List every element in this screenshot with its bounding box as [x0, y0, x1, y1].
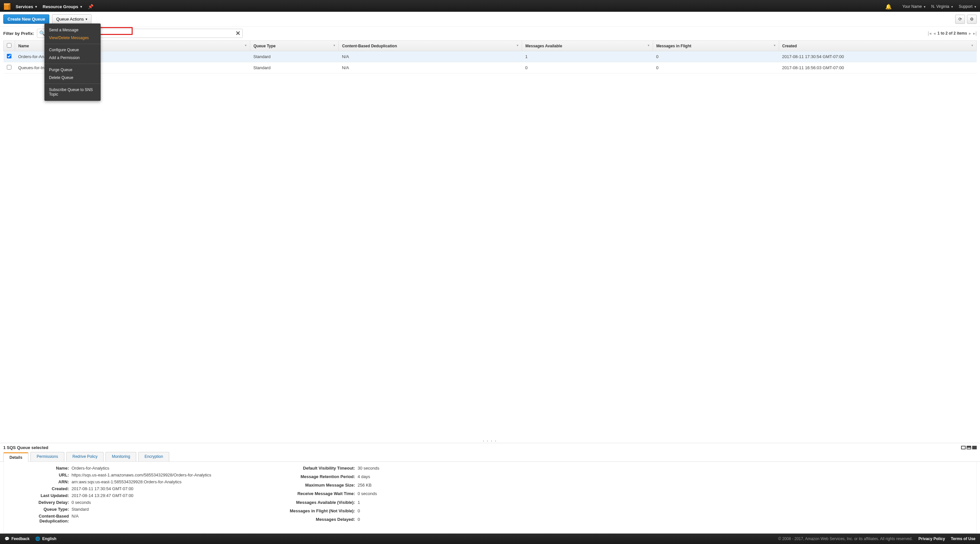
detail-key: Maximum Message Size: — [283, 483, 355, 489]
detail-key: Message Retention Period: — [283, 474, 355, 481]
copyright-text: © 2008 - 2017, Amazon Web Services, Inc.… — [778, 536, 912, 541]
clear-filter-button[interactable]: ✕ — [235, 30, 240, 37]
layout-none-button[interactable] — [961, 446, 966, 449]
nav-region[interactable]: N. Virginia▾ — [931, 4, 953, 9]
menu-purge-queue[interactable]: Purge Queue — [45, 66, 100, 74]
terms-of-use-link[interactable]: Terms of Use — [951, 536, 975, 541]
refresh-button[interactable]: ⟳ — [955, 15, 965, 24]
col-name[interactable]: Name — [18, 44, 29, 48]
chevron-down-icon: ▾ — [80, 5, 82, 8]
cell-dedup: N/A — [339, 51, 522, 62]
detail-value: Orders-for-Analytics — [72, 466, 212, 471]
nav-account[interactable]: Your Name▾ — [902, 4, 926, 9]
row-checkbox[interactable] — [7, 65, 11, 70]
layout-split-button[interactable] — [967, 446, 971, 449]
language-selector[interactable]: 🌐English — [35, 536, 56, 541]
col-queue-type[interactable]: Queue Type — [253, 44, 276, 48]
nav-services[interactable]: Services▾ — [16, 4, 37, 9]
filter-row: Filter by Prefix: 🔍 ✕ |◂ ◂ 1 to 2 of 2 i… — [0, 27, 980, 40]
nav-resource-groups[interactable]: Resource Groups▾ — [43, 4, 82, 9]
detail-value: 2017-08-11 17:30:54 GMT-07:00 — [72, 486, 212, 491]
split-handle[interactable]: • • • • — [0, 439, 980, 443]
detail-key: Messages Available (Visible): — [283, 500, 355, 506]
table-row[interactable]: Orders-for-AnalyticsStandardN/A102017-08… — [3, 51, 977, 62]
feedback-link[interactable]: 💬Feedback — [5, 536, 29, 541]
detail-value: 4 days — [358, 474, 380, 481]
queues-table: Name▾ Queue Type▾ Content-Based Deduplic… — [3, 40, 977, 73]
chevron-down-icon: ▾ — [924, 5, 926, 8]
action-toolbar: Create New Queue Queue Actions▾ ⟳ ⚙ — [0, 12, 980, 27]
sort-icon[interactable]: ▾ — [774, 44, 775, 47]
page-prev-button[interactable]: ◂ — [933, 31, 935, 36]
menu-delete-queue[interactable]: Delete Queue — [45, 74, 100, 82]
selection-bar: 1 SQS Queue selected — [0, 443, 980, 451]
select-all-checkbox[interactable] — [7, 43, 11, 48]
detail-key: Name: — [10, 466, 69, 471]
page-next-button[interactable]: ▸ — [969, 31, 971, 36]
gear-icon: ⚙ — [970, 17, 974, 22]
tab-monitoring[interactable]: Monitoring — [105, 452, 136, 462]
aws-logo-icon[interactable] — [4, 3, 10, 10]
detail-value: 30 seconds — [358, 466, 380, 472]
refresh-icon: ⟳ — [958, 17, 962, 22]
col-messages-available[interactable]: Messages Available — [525, 44, 562, 48]
detail-value: N/A — [72, 514, 212, 523]
detail-key: Messages Delayed: — [283, 517, 355, 523]
menu-send-message[interactable]: Send a Message — [45, 26, 100, 34]
chevron-down-icon: ▾ — [974, 5, 976, 8]
page-info: 1 to 2 of 2 items — [937, 31, 967, 36]
tab-details[interactable]: Details — [3, 452, 29, 462]
chevron-down-icon: ▾ — [86, 17, 87, 21]
detail-tabs: Details Permissions Redrive Policy Monit… — [0, 452, 980, 462]
cell-avail: 1 — [522, 51, 653, 62]
cell-created: 2017-08-11 17:30:54 GMT-07:00 — [779, 51, 977, 62]
detail-value: Standard — [72, 507, 212, 512]
detail-value: 256 KB — [358, 483, 380, 489]
table-row[interactable]: Queues-for-InventoStandardN/A002017-08-1… — [3, 62, 977, 73]
chevron-down-icon: ▾ — [35, 5, 37, 8]
globe-icon: 🌐 — [35, 536, 40, 541]
privacy-policy-link[interactable]: Privacy Policy — [918, 536, 945, 541]
detail-key: Receive Message Wait Time: — [283, 491, 355, 498]
create-queue-button[interactable]: Create New Queue — [3, 14, 49, 24]
detail-key: Messages in Flight (Not Visible): — [283, 508, 355, 515]
detail-key: URL: — [10, 473, 69, 477]
sort-icon[interactable]: ▾ — [972, 44, 973, 47]
layout-full-button[interactable] — [972, 446, 977, 449]
settings-button[interactable]: ⚙ — [967, 15, 977, 24]
page-last-button[interactable]: ▸| — [973, 31, 977, 36]
detail-value: 1 — [358, 500, 380, 506]
row-checkbox[interactable] — [7, 54, 11, 59]
selection-title: 1 SQS Queue selected — [3, 445, 48, 450]
menu-view-delete-messages[interactable]: View/Delete Messages — [45, 34, 100, 42]
sort-icon[interactable]: ▾ — [517, 44, 519, 47]
detail-value: 0 — [358, 517, 380, 523]
col-dedup[interactable]: Content-Based Deduplication — [342, 44, 397, 48]
tab-redrive-policy[interactable]: Redrive Policy — [66, 452, 104, 462]
cell-flight: 0 — [653, 62, 779, 73]
pin-icon[interactable]: 📌 — [88, 4, 94, 9]
sort-icon[interactable]: ▾ — [334, 44, 335, 47]
bell-icon[interactable]: 🔔 — [885, 3, 892, 10]
detail-value: https://sqs.us-east-1.amazonaws.com/5855… — [72, 473, 212, 477]
page-first-button[interactable]: |◂ — [928, 31, 931, 36]
cell-queue-type: Standard — [250, 62, 339, 73]
chevron-down-icon: ▾ — [951, 5, 953, 8]
cell-flight: 0 — [653, 51, 779, 62]
detail-key: Created: — [10, 486, 69, 491]
col-created[interactable]: Created — [783, 44, 797, 48]
detail-key: Content-Based Deduplication: — [10, 514, 69, 523]
col-messages-in-flight[interactable]: Messages in Flight — [656, 44, 691, 48]
global-nav: Services▾ Resource Groups▾ 📌 🔔 Your Name… — [0, 0, 980, 12]
menu-subscribe-sns[interactable]: Subscribe Queue to SNS Topic — [45, 86, 100, 98]
queue-actions-button[interactable]: Queue Actions▾ — [52, 14, 92, 24]
menu-add-permission[interactable]: Add a Permission — [45, 54, 100, 62]
detail-value: 0 seconds — [358, 491, 380, 498]
sort-icon[interactable]: ▾ — [245, 44, 247, 47]
sort-icon[interactable]: ▾ — [648, 44, 649, 47]
tab-permissions[interactable]: Permissions — [30, 452, 64, 462]
menu-configure-queue[interactable]: Configure Queue — [45, 46, 100, 54]
nav-support[interactable]: Support▾ — [959, 4, 976, 9]
tab-encryption[interactable]: Encryption — [138, 452, 169, 462]
cell-avail: 0 — [522, 62, 653, 73]
